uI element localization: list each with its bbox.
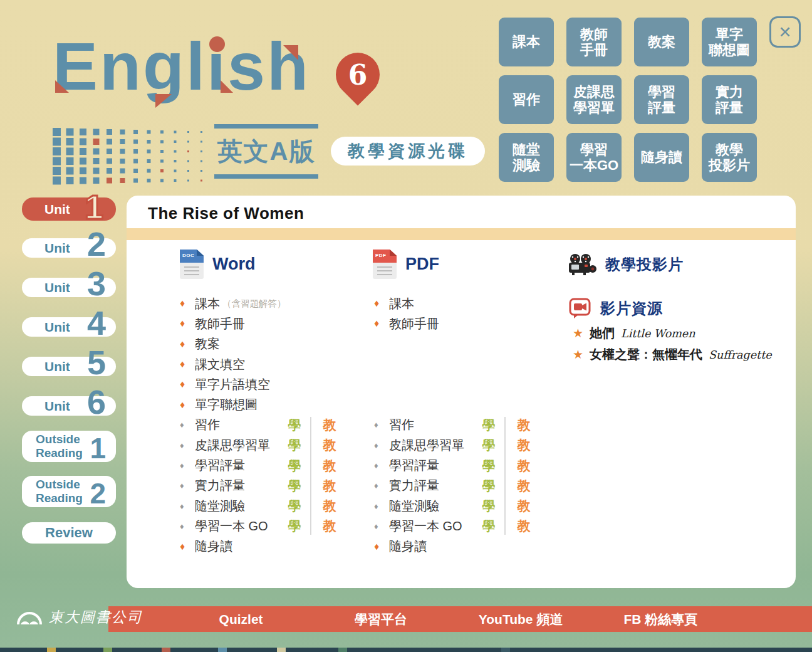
sidebar-item-unit-2[interactable]: Unit2 xyxy=(22,238,116,258)
teacher-link[interactable]: 教 xyxy=(320,497,339,515)
list-item[interactable]: ♦教師手冊 xyxy=(180,313,368,334)
menu-button-5[interactable]: 習作 xyxy=(499,75,554,124)
student-link[interactable]: 學 xyxy=(479,497,498,515)
student-link[interactable]: 學 xyxy=(285,457,304,475)
menu-button-label: 學習單 xyxy=(573,100,615,115)
diamond-bullet-icon: ♦ xyxy=(180,318,195,329)
teacher-link[interactable]: 教 xyxy=(320,457,339,475)
taskbar-item xyxy=(338,648,347,652)
menu-button-1[interactable]: 課本 xyxy=(499,18,554,66)
list-item[interactable]: ♦課文填空 xyxy=(180,354,368,374)
teacher-link[interactable]: 教 xyxy=(514,416,533,434)
footer-link-4[interactable]: FB 粉絲專頁 xyxy=(591,611,731,628)
menu-button-label: 一本GO xyxy=(570,157,618,173)
sidebar-item-unit-4[interactable]: Unit4 xyxy=(22,317,116,337)
student-link[interactable]: 學 xyxy=(479,436,498,454)
menu-button-label: 學習 xyxy=(648,84,675,100)
teacher-link[interactable]: 教 xyxy=(514,477,533,495)
menu-button-label: 皮課思 xyxy=(573,84,615,100)
menu-button-4[interactable]: 單字聯想圖 xyxy=(702,18,757,66)
menu-button-label: 課本 xyxy=(513,34,540,50)
diamond-bullet-gray-icon: ♦ xyxy=(180,441,195,450)
menu-button-6[interactable]: 皮課思學習單 xyxy=(566,75,622,124)
outside-reading-number: 2 xyxy=(90,482,106,505)
sidebar-item-outside-reading-1[interactable]: OutsideReading1 xyxy=(22,431,116,462)
list-item[interactable]: ♦單字聯想圖 xyxy=(180,395,368,415)
student-link[interactable]: 學 xyxy=(479,517,498,535)
section-slides-label: 教學投影片 xyxy=(605,255,684,275)
video-item[interactable]: ★女權之聲：無懼年代Suffragette xyxy=(573,346,772,363)
list-item[interactable]: ♦教師手冊 xyxy=(374,313,562,334)
item-label: 課文填空 xyxy=(195,356,245,373)
list-item[interactable]: ♦教案 xyxy=(180,334,368,354)
student-link[interactable]: 學 xyxy=(479,416,498,434)
sidebar-item-outside-reading-2[interactable]: OutsideReading2 xyxy=(22,476,116,507)
list-item[interactable]: ♦課本（含習題解答） xyxy=(180,293,368,313)
menu-button-12[interactable]: 教學投影片 xyxy=(702,133,757,182)
student-link[interactable]: 學 xyxy=(285,436,304,454)
teacher-link[interactable]: 教 xyxy=(320,477,339,495)
sidebar-item-review[interactable]: Review xyxy=(22,522,116,544)
links-divider xyxy=(310,417,311,535)
list-item[interactable]: ♦隨身讀 xyxy=(374,537,562,557)
item-label: 單字片語填空 xyxy=(195,376,270,393)
list-item[interactable]: ♦隨堂測驗學教 xyxy=(180,496,368,516)
video-title-en: Suffragette xyxy=(709,349,771,361)
footer-link-2[interactable]: 學習平台 xyxy=(311,611,450,628)
list-item[interactable]: ♦習作學教 xyxy=(374,415,562,435)
diamond-bullet-icon: ♦ xyxy=(374,298,389,309)
list-item[interactable]: ♦學習一本 GO學教 xyxy=(180,516,368,536)
item-label: 課本 xyxy=(389,295,414,312)
teacher-link[interactable]: 教 xyxy=(514,457,533,475)
unit-number: 1 xyxy=(85,194,103,221)
sidebar-item-unit-3[interactable]: Unit3 xyxy=(22,278,116,297)
student-link[interactable]: 學 xyxy=(479,477,498,495)
list-item[interactable]: ♦皮課思學習單學教 xyxy=(180,435,368,455)
list-item[interactable]: ♦皮課思學習單學教 xyxy=(374,435,562,455)
teacher-link[interactable]: 教 xyxy=(514,436,533,454)
list-item[interactable]: ♦學習一本 GO學教 xyxy=(374,516,562,536)
unit-label: Unit xyxy=(44,202,70,217)
menu-button-11[interactable]: 隨身讀 xyxy=(634,133,689,182)
menu-button-9[interactable]: 隨堂測驗 xyxy=(499,133,554,182)
list-item[interactable]: ♦課本 xyxy=(374,293,562,313)
footer-logo[interactable]: 東大圖書公司 xyxy=(16,607,143,627)
list-item[interactable]: ♦實力評量學教 xyxy=(374,476,562,496)
menu-button-8[interactable]: 實力評量 xyxy=(702,75,757,124)
teacher-link[interactable]: 教 xyxy=(320,436,339,454)
list-item[interactable]: ♦學習評量學教 xyxy=(374,455,562,475)
sidebar-item-unit-6[interactable]: Unit6 xyxy=(22,396,116,416)
footer-link-1[interactable]: Quizlet xyxy=(171,612,311,627)
disc-label: 教學資源光碟 xyxy=(331,137,485,166)
links-divider xyxy=(504,417,506,535)
list-item[interactable]: ♦實力評量學教 xyxy=(180,476,368,496)
student-link[interactable]: 學 xyxy=(285,477,304,495)
sidebar-item-unit-1[interactable]: Unit1 xyxy=(22,197,116,221)
student-link[interactable]: 學 xyxy=(285,497,304,515)
diamond-bullet-gray-icon: ♦ xyxy=(180,481,195,490)
footer-link-3[interactable]: YouTube 頻道 xyxy=(451,611,591,628)
teacher-link[interactable]: 教 xyxy=(320,517,339,535)
close-button[interactable]: ✕ xyxy=(769,16,801,48)
student-link[interactable]: 學 xyxy=(285,517,304,535)
video-item[interactable]: ★她們Little Women xyxy=(573,325,695,342)
menu-button-3[interactable]: 教案 xyxy=(634,18,689,66)
sidebar-item-unit-5[interactable]: Unit5 xyxy=(22,357,116,376)
list-item[interactable]: ♦學習評量學教 xyxy=(180,455,368,475)
menu-button-7[interactable]: 學習評量 xyxy=(634,75,689,124)
list-item[interactable]: ♦隨身讀 xyxy=(180,537,368,557)
teacher-link[interactable]: 教 xyxy=(514,517,533,535)
student-link[interactable]: 學 xyxy=(285,416,304,434)
list-item[interactable]: ♦隨堂測驗學教 xyxy=(374,496,562,516)
menu-button-10[interactable]: 學習一本GO xyxy=(566,133,622,182)
diamond-bullet-gray-icon: ♦ xyxy=(180,420,195,429)
list-item[interactable]: ♦單字片語填空 xyxy=(180,374,368,394)
list-item[interactable]: ♦習作學教 xyxy=(180,415,368,435)
menu-button-2[interactable]: 教師手冊 xyxy=(566,18,622,66)
student-link[interactable]: 學 xyxy=(479,457,498,475)
taskbar-item xyxy=(218,648,227,652)
item-label: 學習評量 xyxy=(389,457,439,474)
teacher-link[interactable]: 教 xyxy=(514,497,533,515)
teacher-link[interactable]: 教 xyxy=(320,416,339,434)
item-label: 習作 xyxy=(195,416,220,433)
